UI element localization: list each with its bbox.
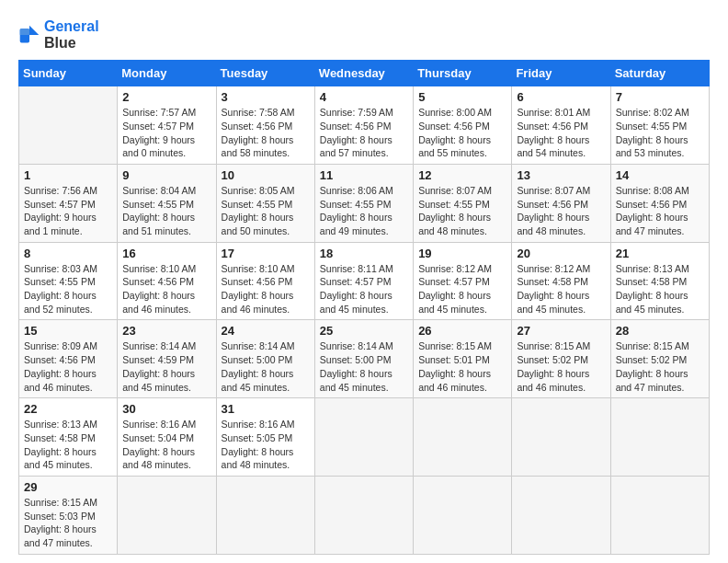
day-info: Sunrise: 8:12 AMSunset: 4:57 PMDaylight:…: [418, 262, 506, 316]
day-number: 16: [122, 247, 210, 260]
day-number: 11: [320, 168, 408, 182]
calendar-table: SundayMondayTuesdayWednesdayThursdayFrid…: [18, 60, 710, 555]
calendar-cell: 7Sunrise: 8:02 AMSunset: 4:55 PMDaylight…: [610, 86, 709, 165]
day-number: 17: [222, 247, 310, 260]
calendar-cell: 17Sunrise: 8:10 AMSunset: 4:56 PMDayligh…: [216, 242, 314, 320]
day-info: Sunrise: 8:14 AMSunset: 5:00 PMDaylight:…: [222, 339, 310, 394]
day-info: Sunrise: 8:15 AMSunset: 5:02 PMDaylight:…: [616, 339, 704, 394]
calendar-cell: [314, 476, 413, 554]
week-row-5: 29Sunrise: 8:15 AMSunset: 5:03 PMDayligh…: [19, 476, 710, 554]
day-number: 12: [418, 168, 506, 182]
day-info: Sunrise: 8:12 AMSunset: 4:58 PMDaylight:…: [517, 262, 605, 316]
calendar-cell: 8Sunrise: 8:03 AMSunset: 4:55 PMDaylight…: [19, 242, 118, 320]
week-row-4: 22Sunrise: 8:13 AMSunset: 4:58 PMDayligh…: [19, 398, 710, 477]
calendar-cell: 29Sunrise: 8:15 AMSunset: 5:03 PMDayligh…: [19, 476, 118, 554]
day-number: 4: [320, 90, 408, 104]
calendar-cell: 21Sunrise: 8:13 AMSunset: 4:58 PMDayligh…: [610, 242, 709, 320]
calendar-cell: 6Sunrise: 8:01 AMSunset: 4:56 PMDaylight…: [512, 86, 610, 165]
day-number: 1: [24, 168, 112, 182]
day-number: 27: [517, 324, 605, 338]
calendar-cell: 15Sunrise: 8:09 AMSunset: 4:56 PMDayligh…: [19, 320, 118, 398]
weekday-header-monday: Monday: [118, 61, 216, 86]
day-number: 23: [122, 324, 210, 338]
calendar-cell: [610, 476, 709, 554]
day-number: 3: [222, 90, 310, 104]
calendar-cell: 1Sunrise: 7:56 AMSunset: 4:57 PMDaylight…: [19, 164, 118, 242]
day-info: Sunrise: 8:13 AMSunset: 4:58 PMDaylight:…: [616, 262, 704, 316]
day-number: 28: [616, 324, 704, 338]
calendar-cell: [414, 398, 512, 477]
calendar-cell: 27Sunrise: 8:15 AMSunset: 5:02 PMDayligh…: [512, 320, 610, 398]
day-number: 26: [418, 324, 506, 338]
calendar-cell: [414, 476, 512, 554]
day-info: Sunrise: 8:03 AMSunset: 4:55 PMDaylight:…: [24, 262, 112, 316]
day-info: Sunrise: 8:10 AMSunset: 4:56 PMDaylight:…: [122, 262, 210, 316]
day-info: Sunrise: 7:56 AMSunset: 4:57 PMDaylight:…: [24, 184, 112, 238]
calendar-cell: 24Sunrise: 8:14 AMSunset: 5:00 PMDayligh…: [216, 320, 314, 398]
weekday-header-friday: Friday: [512, 61, 610, 86]
day-info: Sunrise: 8:01 AMSunset: 4:56 PMDaylight:…: [517, 106, 605, 160]
day-info: Sunrise: 8:15 AMSunset: 5:03 PMDaylight:…: [24, 496, 112, 550]
day-info: Sunrise: 8:09 AMSunset: 4:56 PMDaylight:…: [24, 339, 112, 394]
day-info: Sunrise: 8:07 AMSunset: 4:56 PMDaylight:…: [517, 184, 605, 238]
weekday-header-thursday: Thursday: [414, 61, 512, 86]
day-info: Sunrise: 8:13 AMSunset: 4:58 PMDaylight:…: [24, 418, 112, 472]
weekday-header-tuesday: Tuesday: [216, 61, 314, 86]
calendar-cell: 23Sunrise: 8:14 AMSunset: 4:59 PMDayligh…: [118, 320, 216, 398]
day-number: 19: [418, 247, 506, 260]
day-number: 29: [24, 480, 112, 494]
calendar-cell: 12Sunrise: 8:07 AMSunset: 4:55 PMDayligh…: [414, 164, 512, 242]
week-row-1: 1Sunrise: 7:56 AMSunset: 4:57 PMDaylight…: [19, 164, 710, 242]
day-number: 9: [122, 168, 210, 182]
weekday-header-saturday: Saturday: [610, 61, 709, 86]
day-number: 25: [320, 324, 408, 338]
day-number: 15: [24, 324, 112, 338]
day-info: Sunrise: 7:59 AMSunset: 4:56 PMDaylight:…: [320, 106, 408, 160]
calendar-cell: [216, 476, 314, 554]
day-info: Sunrise: 8:04 AMSunset: 4:55 PMDaylight:…: [122, 184, 210, 238]
calendar-cell: [512, 398, 610, 477]
day-info: Sunrise: 8:11 AMSunset: 4:57 PMDaylight:…: [320, 262, 408, 316]
day-info: Sunrise: 8:16 AMSunset: 5:05 PMDaylight:…: [222, 418, 310, 472]
week-row-0: 2Sunrise: 7:57 AMSunset: 4:57 PMDaylight…: [19, 86, 710, 165]
day-number: 6: [517, 90, 605, 104]
calendar-cell: 11Sunrise: 8:06 AMSunset: 4:55 PMDayligh…: [314, 164, 413, 242]
weekday-header-wednesday: Wednesday: [314, 61, 413, 86]
calendar-cell: 9Sunrise: 8:04 AMSunset: 4:55 PMDaylight…: [118, 164, 216, 242]
day-info: Sunrise: 7:58 AMSunset: 4:56 PMDaylight:…: [222, 106, 310, 160]
week-row-2: 8Sunrise: 8:03 AMSunset: 4:55 PMDaylight…: [19, 242, 710, 320]
calendar-cell: [512, 476, 610, 554]
weekday-header-sunday: Sunday: [19, 61, 118, 86]
calendar-cell: 25Sunrise: 8:14 AMSunset: 5:00 PMDayligh…: [314, 320, 413, 398]
day-number: 22: [24, 402, 112, 416]
week-row-3: 15Sunrise: 8:09 AMSunset: 4:56 PMDayligh…: [19, 320, 710, 398]
day-info: Sunrise: 8:08 AMSunset: 4:56 PMDaylight:…: [616, 184, 704, 238]
day-info: Sunrise: 8:06 AMSunset: 4:55 PMDaylight:…: [320, 184, 408, 238]
calendar-cell: 28Sunrise: 8:15 AMSunset: 5:02 PMDayligh…: [610, 320, 709, 398]
day-number: 14: [616, 168, 704, 182]
day-info: Sunrise: 8:15 AMSunset: 5:01 PMDaylight:…: [418, 339, 506, 394]
day-info: Sunrise: 8:02 AMSunset: 4:55 PMDaylight:…: [616, 106, 704, 160]
day-info: Sunrise: 8:10 AMSunset: 4:56 PMDaylight:…: [222, 262, 310, 316]
calendar-cell: [19, 86, 118, 165]
logo-text: General Blue: [44, 18, 99, 51]
day-info: Sunrise: 8:07 AMSunset: 4:55 PMDaylight:…: [418, 184, 506, 238]
day-number: 24: [222, 324, 310, 338]
calendar-cell: 19Sunrise: 8:12 AMSunset: 4:57 PMDayligh…: [414, 242, 512, 320]
day-number: 21: [616, 247, 704, 260]
calendar-cell: 20Sunrise: 8:12 AMSunset: 4:58 PMDayligh…: [512, 242, 610, 320]
day-number: 8: [24, 247, 112, 260]
page-header: General Blue: [18, 18, 710, 51]
calendar-cell: [610, 398, 709, 477]
calendar-cell: 22Sunrise: 8:13 AMSunset: 4:58 PMDayligh…: [19, 398, 118, 477]
calendar-cell: 30Sunrise: 8:16 AMSunset: 5:04 PMDayligh…: [118, 398, 216, 477]
day-info: Sunrise: 8:00 AMSunset: 4:56 PMDaylight:…: [418, 106, 506, 160]
day-info: Sunrise: 8:16 AMSunset: 5:04 PMDaylight:…: [122, 418, 210, 472]
calendar-cell: [314, 398, 413, 477]
logo: General Blue: [18, 18, 99, 51]
day-number: 18: [320, 247, 408, 260]
day-info: Sunrise: 8:14 AMSunset: 5:00 PMDaylight:…: [320, 339, 408, 394]
weekday-header-row: SundayMondayTuesdayWednesdayThursdayFrid…: [19, 61, 710, 86]
svg-rect-2: [20, 29, 29, 35]
day-number: 31: [222, 402, 310, 416]
